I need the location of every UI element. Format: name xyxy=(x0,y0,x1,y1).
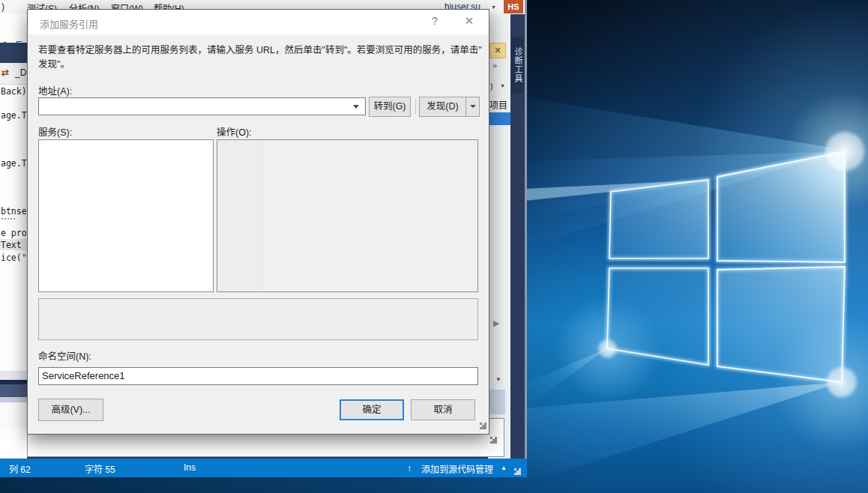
tool-window-fragment xyxy=(0,402,27,429)
discover-dropdown[interactable] xyxy=(465,97,480,116)
code-editor-sliver: ▶ Fir ⇄ _D Back) age.T age.T btnse e pro… xyxy=(0,14,27,459)
goto-button[interactable]: 转到(G) xyxy=(369,97,411,117)
operations-label: 操作(O): xyxy=(217,124,252,139)
status-character: 字符 55 xyxy=(85,462,115,475)
code-line: age.T xyxy=(1,110,27,121)
instruction-line1: 若要查看特定服务器上的可用服务列表，请输入服务 URL，然后单击"转到"。若要浏… xyxy=(38,45,482,55)
selected-item-bar[interactable] xyxy=(488,112,510,125)
ok-button[interactable]: 确定 xyxy=(340,399,404,420)
tab-strip-fragment xyxy=(0,43,27,63)
class-icon: ⇄ xyxy=(1,67,9,78)
string-quote: " xyxy=(22,252,27,263)
discover-button[interactable]: 发现(D) xyxy=(420,97,465,116)
menu-fragment: ) xyxy=(1,1,4,12)
expander-icon[interactable]: ▶ xyxy=(493,318,499,328)
close-icon[interactable]: ✕ xyxy=(459,14,479,28)
horizontal-scrollbar[interactable] xyxy=(0,371,27,380)
dropdown-icon[interactable]: ▼ xyxy=(500,83,505,88)
source-control-caret-icon[interactable]: ▲ xyxy=(501,465,507,471)
operations-indent-column xyxy=(217,140,263,291)
dialog-title: 添加服务引用 xyxy=(40,16,98,31)
nav-dropdown-fragment[interactable]: _D xyxy=(15,67,26,78)
right-dock-strip: 诊断工具 xyxy=(510,14,525,459)
address-combobox[interactable] xyxy=(38,97,366,115)
separator xyxy=(415,100,416,114)
account-dropdown-icon[interactable]: ▼ xyxy=(491,4,496,10)
cancel-button[interactable]: 取消 xyxy=(411,399,475,420)
namespace-label: 命名空间(N): xyxy=(38,348,91,363)
project-label-fragment[interactable]: 项目 xyxy=(489,98,507,111)
source-control-up-icon[interactable]: ↑ xyxy=(407,462,412,474)
code-line: e pro xyxy=(1,228,27,238)
collapsed-panel-fragment xyxy=(0,384,27,397)
services-listbox[interactable] xyxy=(38,139,214,292)
status-message-area xyxy=(38,298,478,340)
code-line: age.T xyxy=(1,158,27,169)
code-line: Back) xyxy=(1,86,27,97)
windows-logo-art xyxy=(525,0,868,493)
instruction-line2: 发现"。 xyxy=(38,59,70,70)
status-insert-mode[interactable]: Ins xyxy=(184,462,196,473)
dialog-titlebar[interactable]: 添加服务引用 ? ✕ xyxy=(28,10,489,34)
account-avatar-badge[interactable]: HS xyxy=(504,0,523,13)
code-line: ice( xyxy=(1,252,22,263)
discover-split-button[interactable]: 发现(D) xyxy=(419,97,480,117)
editor-navigation-bar: ⇄ _D xyxy=(0,63,27,85)
code-line: btnse xyxy=(1,206,27,217)
toolwindow-resize-grip[interactable] xyxy=(490,437,492,439)
lightbulb-dots xyxy=(1,218,15,220)
combo-dropdown-icon[interactable] xyxy=(353,105,359,109)
statusbar-resize-grip[interactable] xyxy=(514,468,516,471)
namespace-input[interactable]: ServiceReference1 xyxy=(38,367,478,385)
address-label: 地址(A): xyxy=(38,83,72,97)
dropdown-icon[interactable]: ▼ xyxy=(495,376,501,383)
close-icon[interactable]: ✕ xyxy=(489,43,506,58)
dialog-resize-grip[interactable] xyxy=(480,423,482,425)
advanced-button[interactable]: 高级(V)... xyxy=(38,399,103,421)
tab-diagnostic-tools[interactable]: 诊断工具 xyxy=(511,37,524,94)
source-control-button[interactable]: 添加到源代码管理 xyxy=(421,462,493,475)
services-label: 服务(S): xyxy=(38,124,72,139)
overflow-chevron-icon[interactable]: » xyxy=(492,61,497,70)
panel-edge-light xyxy=(0,397,27,402)
dialog-instruction: 若要查看特定服务器上的可用服务列表，请输入服务 URL，然后单击"转到"。若要浏… xyxy=(38,43,482,72)
paren-fragment: ) xyxy=(490,82,493,91)
code-line: Text xyxy=(1,240,22,250)
help-icon[interactable]: ? xyxy=(425,14,444,27)
tool-window-sliver: ✕ » ) ▼ 项目 ▶ 器 ✕ ▼ ▲ ▼ xyxy=(488,14,510,459)
status-bar: 列 62 字符 55 Ins ↑ 添加到源代码管理 ▲ xyxy=(0,459,527,477)
add-service-reference-dialog: 添加服务引用 ? ✕ 若要查看特定服务器上的可用服务列表，请输入服务 URL，然… xyxy=(27,9,489,435)
operations-treeview[interactable] xyxy=(217,139,478,292)
status-column: 列 62 xyxy=(9,462,31,475)
scrollbar-thumb[interactable] xyxy=(489,390,505,414)
discover-dropdown-icon xyxy=(470,105,476,108)
